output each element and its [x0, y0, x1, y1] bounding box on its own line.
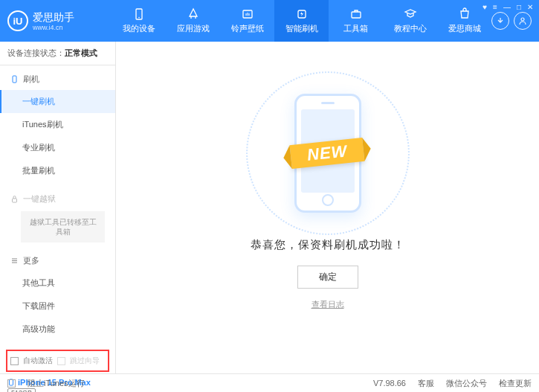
apps-icon [187, 7, 200, 21]
nav-label: 我的设备 [123, 23, 155, 34]
nav-toolbox[interactable]: 工具箱 [329, 0, 383, 42]
sidebar-item-oneclick-flash[interactable]: 一键刷机 [0, 90, 115, 113]
phone-icon [10, 75, 19, 83]
version-label: V7.98.66 [373, 379, 406, 388]
status-label: 设备连接状态： [7, 48, 65, 57]
user-button[interactable] [514, 12, 532, 30]
check-update-link[interactable]: 检查更新 [499, 378, 532, 389]
view-log-link[interactable]: 查看日志 [312, 299, 344, 310]
menu-icon[interactable]: ≡ [493, 3, 497, 11]
success-illustration: NEW [254, 86, 402, 220]
minimize-button[interactable]: — [503, 3, 511, 11]
skip-wizard-checkbox[interactable] [57, 357, 65, 365]
nav-my-device[interactable]: 我的设备 [112, 0, 166, 42]
sidebar-item-advanced[interactable]: 高级功能 [0, 318, 115, 341]
nav-label: 铃声壁纸 [231, 23, 264, 34]
sidebar-item-itunes-flash[interactable]: iTunes刷机 [0, 113, 115, 136]
main-nav: 我的设备 应用游戏 铃声壁纸 智能刷机 工具箱 教程中心 爱思商城 [112, 0, 491, 42]
wechat-link[interactable]: 微信公众号 [446, 378, 487, 389]
jailbreak-moved-note[interactable]: 越狱工具已转移至工具箱 [21, 211, 105, 242]
nav-label: 智能刷机 [285, 23, 318, 34]
section-jailbreak: 一键越狱 [0, 188, 115, 210]
svg-point-1 [138, 17, 140, 19]
nav-flash[interactable]: 智能刷机 [274, 0, 329, 42]
logo-url: www.i4.cn [33, 25, 74, 31]
customer-service-link[interactable]: 客服 [418, 378, 434, 389]
nav-ringtones[interactable]: 铃声壁纸 [220, 0, 274, 42]
nav-label: 工具箱 [343, 23, 368, 34]
nav-apps[interactable]: 应用游戏 [166, 0, 220, 42]
options-highlight-box: 自动激活 跳过向导 [6, 350, 109, 372]
section-flash[interactable]: 刷机 [0, 68, 115, 90]
section-more[interactable]: 更多 [0, 250, 115, 271]
header: iU 爱思助手 www.i4.cn 我的设备 应用游戏 铃声壁纸 智能刷机 工具… [0, 0, 539, 42]
sidebar: 设备连接状态：正常模式 刷机 一键刷机 iTunes刷机 专业刷机 批量刷机 一… [0, 42, 116, 373]
svg-point-5 [521, 18, 524, 21]
nav-label: 教程中心 [394, 23, 427, 34]
main-content: NEW 恭喜您，保资料刷机成功啦！ 确定 查看日志 [116, 42, 539, 373]
download-button[interactable] [491, 12, 509, 30]
section-label: 更多 [23, 255, 39, 266]
section-label: 刷机 [23, 74, 39, 85]
status-value: 正常模式 [65, 48, 97, 57]
sidebar-item-pro-flash[interactable]: 专业刷机 [0, 136, 115, 159]
logo[interactable]: iU 爱思助手 www.i4.cn [7, 10, 112, 31]
svg-rect-4 [352, 12, 361, 18]
logo-title: 爱思助手 [33, 11, 74, 23]
toolbox-icon [349, 7, 363, 21]
device-status: 设备连接状态：正常模式 [0, 42, 115, 65]
ringtone-icon [241, 7, 254, 21]
tutorial-icon [404, 7, 417, 21]
nav-tutorials[interactable]: 教程中心 [383, 0, 437, 42]
svg-rect-6 [13, 76, 16, 83]
store-icon [458, 7, 471, 21]
success-message: 恭喜您，保资料刷机成功啦！ [251, 238, 405, 252]
block-itunes-label: 阻止iTunes运行 [28, 378, 85, 389]
section-label: 一键越狱 [23, 193, 56, 205]
device-icon [132, 7, 146, 21]
svg-rect-7 [13, 199, 17, 202]
logo-icon: iU [7, 10, 28, 31]
lock-icon [10, 195, 19, 203]
sidebar-item-download-firmware[interactable]: 下载固件 [0, 295, 115, 318]
ok-button[interactable]: 确定 [297, 266, 358, 289]
auto-activate-checkbox[interactable] [10, 357, 19, 365]
close-button[interactable]: ✕ [527, 3, 533, 11]
nav-label: 应用游戏 [177, 23, 210, 34]
maximize-button[interactable]: □ [517, 3, 521, 11]
nav-store[interactable]: 爱思商城 [437, 0, 491, 42]
sidebar-item-batch-flash[interactable]: 批量刷机 [0, 159, 115, 182]
menu-lines-icon [10, 257, 19, 265]
block-itunes-checkbox[interactable] [7, 379, 16, 388]
device-storage: 512GB [7, 388, 36, 392]
skip-wizard-label: 跳过向导 [70, 356, 100, 366]
nav-label: 爱思商城 [448, 23, 481, 34]
flash-icon [295, 7, 309, 21]
sidebar-item-other-tools[interactable]: 其他工具 [0, 271, 115, 295]
auto-activate-label: 自动激活 [23, 356, 53, 366]
